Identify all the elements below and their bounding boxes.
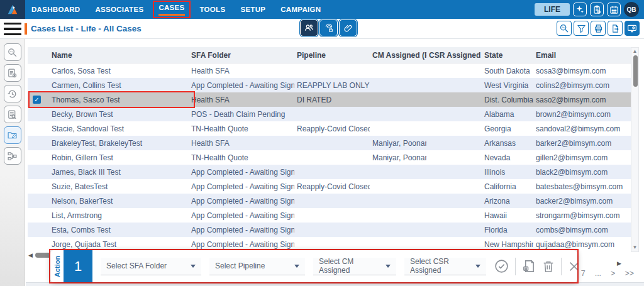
nav-item-campaign[interactable]: CAMPAIGN	[280, 6, 321, 13]
hamburger-menu-icon[interactable]	[4, 23, 21, 35]
table-header-row: Name SFA Folder Pipeline CM Assigned (P)…	[28, 47, 631, 63]
table-row[interactable]: James, Black III TestApp Completed - Awa…	[28, 165, 631, 179]
cell-email: strongarm@bimsym.com	[533, 211, 631, 220]
folder-edit-icon[interactable]	[4, 126, 21, 144]
cell-name: Stacie, Sandoval Test	[49, 124, 189, 133]
cell-email: black2@bimsym.com	[533, 168, 631, 177]
cell-sfa-folder: TN-Health Quote	[189, 153, 294, 162]
dropdown-label: Select CM Assigned	[319, 257, 380, 275]
vertical-scrollbar-thumb[interactable]	[633, 55, 638, 87]
workflow-icon[interactable]	[4, 147, 21, 165]
dropdown-label: Select Pipeline	[215, 261, 265, 270]
action-panel-icons	[494, 258, 577, 275]
confirm-circle-icon[interactable]	[494, 258, 509, 274]
table-row[interactable]: Suzie, BatesTestApp Completed - Awaiting…	[28, 179, 631, 194]
header-sfa-folder[interactable]: SFA Folder	[189, 51, 294, 60]
paperclip-icon[interactable]	[339, 19, 357, 36]
nav-item-cases[interactable]: CASES	[153, 1, 190, 18]
header-cm-assigned[interactable]: CM Assigned (P)	[370, 51, 426, 60]
nav-right-tools: LIFE QB	[535, 2, 644, 17]
cell-sfa-folder: App Completed - Awaiting Signature	[189, 81, 294, 90]
header-csr-assigned[interactable]: CSR Assigned (P)	[426, 51, 482, 60]
filter-icon[interactable]	[574, 21, 589, 36]
select-pipeline-dropdown[interactable]: Select Pipeline	[209, 258, 305, 275]
calendar-icon[interactable]	[607, 3, 621, 16]
row-checkbox-cell: ✓	[28, 96, 49, 104]
table-row[interactable]: Nelson, BakerTestApp Completed - Awaitin…	[28, 194, 631, 208]
page-number[interactable]: 7	[581, 269, 586, 278]
dropdown-label: Select CSR Assigned	[410, 257, 470, 275]
nav-item-tools[interactable]: TOOLS	[200, 6, 226, 13]
table-row[interactable]: Carmen, Collins TestApp Completed - Awai…	[28, 78, 631, 92]
title-bar: Cases List - Life - All Cases	[0, 19, 644, 39]
header-state[interactable]: State	[482, 51, 533, 60]
export-page-icon[interactable]	[608, 21, 623, 36]
trash-icon[interactable]	[541, 260, 555, 273]
cell-pipeline: DI RATED	[294, 96, 370, 104]
select-cm-assigned-dropdown[interactable]: Select CM Assigned	[313, 258, 396, 275]
search-icon[interactable]	[557, 21, 572, 36]
dropdown-label: Select SFA Folder	[106, 261, 167, 270]
chevron-down-icon	[475, 265, 480, 268]
life-mode-button[interactable]: LIFE	[535, 3, 570, 16]
cell-sfa-folder: App Completed - Awaiting Signature	[189, 197, 294, 206]
action-panel-annotation: Action 1 Select SFA Folder Select Pipeli…	[49, 249, 579, 283]
table-row[interactable]: BrakeleyTest, BrakeleyTestHealth SFAMani…	[28, 136, 631, 150]
report-icon[interactable]	[521, 259, 536, 273]
vertical-scrollbar[interactable]: ▲ ▼	[631, 47, 639, 252]
row-checkbox[interactable]: ✓	[33, 96, 41, 104]
next-page-button[interactable]: >	[611, 269, 615, 278]
app-logo[interactable]	[0, 0, 25, 19]
add-document-icon[interactable]	[4, 64, 21, 82]
select-csr-assigned-dropdown[interactable]: Select CSR Assigned	[404, 258, 486, 275]
header-name[interactable]: Name	[49, 51, 189, 60]
cell-name: Jorge, Quijada Test	[49, 240, 189, 249]
cell-email: quijadaa@bimsym.com	[533, 240, 631, 249]
people-group-icon[interactable]	[300, 19, 318, 36]
table-row[interactable]: ✓Thomas, Sasco TestHealth SFADI RATEDDis…	[28, 92, 631, 107]
table-row[interactable]: Becky, Brown TestPOS - Death Claim Pendi…	[28, 107, 631, 121]
main-content: Name SFA Folder Pipeline CM Assigned (P)…	[26, 39, 644, 286]
history-icon[interactable]	[4, 85, 21, 102]
cell-email: saso2@bimsym.com	[533, 96, 631, 104]
header-pipeline[interactable]: Pipeline	[294, 51, 370, 60]
search-icon[interactable]	[4, 43, 21, 61]
scroll-left-icon[interactable]: ◀	[28, 252, 33, 258]
nav-item-dashboard[interactable]: DASHBOARD	[31, 6, 80, 13]
scroll-right-icon[interactable]: ▶	[617, 260, 621, 267]
title-accent-bar	[25, 23, 27, 35]
cell-sfa-folder: Health SFA	[189, 67, 294, 75]
clipboard-add-icon[interactable]	[590, 3, 604, 16]
scroll-up-icon[interactable]: ▲	[633, 48, 638, 55]
table-row[interactable]: Robin, Gillern TestTN-Health QuoteManiya…	[28, 150, 631, 165]
cell-sfa-folder: POS - Death Claim Pending	[189, 110, 294, 119]
header-email[interactable]: Email	[533, 51, 631, 60]
cell-state: South Dakota	[482, 67, 533, 75]
cell-name: Carmen, Collins Test	[49, 81, 189, 90]
monitor-settings-icon[interactable]	[625, 21, 640, 36]
cell-email: sandoval2@bimsym.com	[533, 124, 631, 133]
table-row[interactable]: Esta, Combs TestApp Completed - Awaiting…	[28, 223, 631, 237]
close-icon[interactable]	[567, 260, 577, 273]
user-avatar[interactable]: QB	[624, 2, 639, 17]
nav-menu: DASHBOARD ASSOCIATES CASES TOOLS SETUP C…	[31, 0, 321, 19]
table-row[interactable]: Carlos, Sosa TestHealth SFASouth Dakotas…	[28, 63, 631, 78]
nav-item-setup[interactable]: SETUP	[240, 6, 265, 13]
cell-email: barker2@bimsym.com	[533, 139, 631, 148]
nav-item-associates[interactable]: ASSOCIATES	[95, 6, 143, 13]
fingerprint-lock-icon[interactable]	[319, 19, 338, 36]
select-sfa-folder-dropdown[interactable]: Select SFA Folder	[101, 258, 201, 275]
document-preview-icon[interactable]	[4, 106, 21, 123]
page-title: Cases List - Life - All Cases	[31, 24, 142, 33]
action-tab[interactable]: Action	[50, 250, 64, 282]
cell-state: Alabama	[482, 110, 533, 119]
last-page-button[interactable]: >>	[625, 269, 634, 278]
print-icon[interactable]	[591, 21, 606, 36]
list-toolbar	[557, 21, 640, 36]
table-row[interactable]: Stacie, Sandoval TestTN-Health QuoteReap…	[28, 121, 631, 136]
cell-name: List, Armstrong	[49, 211, 189, 220]
cell-sfa-folder: App Completed - Awaiting Signature	[189, 182, 294, 191]
scroll-down-icon[interactable]: ▼	[633, 245, 638, 251]
sparkles-icon[interactable]	[573, 3, 587, 16]
table-row[interactable]: List, ArmstrongApp Completed - Awaiting …	[28, 208, 631, 223]
